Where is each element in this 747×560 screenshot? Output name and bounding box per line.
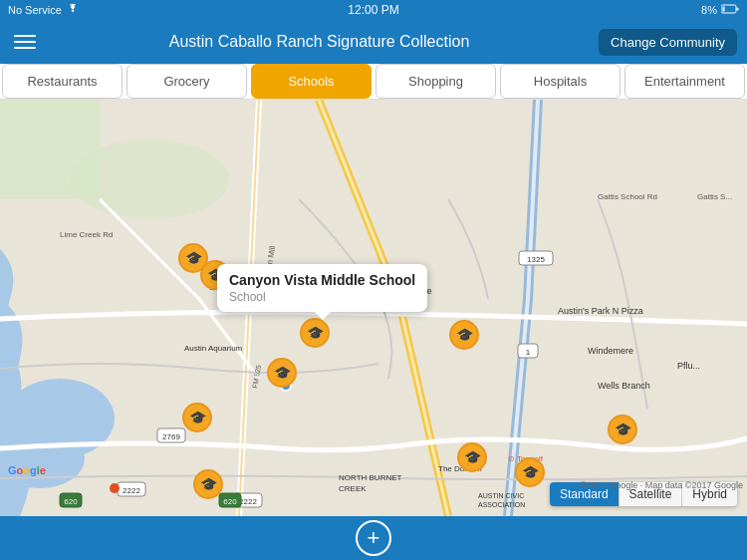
svg-rect-2 [723,7,725,12]
marker-icon: 🎓 [182,403,212,432]
tab-schools[interactable]: Schools [251,64,372,99]
svg-text:1: 1 [526,348,531,357]
map-attribution: ©2017 Google · Map data ©2017 Google [580,480,743,490]
svg-text:Lime Creek Rd: Lime Creek Rd [60,230,113,239]
school-marker-8[interactable]: 🎓 [456,441,488,473]
marker-icon: 🎓 [300,318,330,348]
popup-subtitle: School [229,290,415,304]
svg-text:CREEK: CREEK [339,484,367,493]
school-marker-selected[interactable]: 🎓 [266,357,298,389]
battery-text: 8% [701,4,717,16]
tab-hospitals[interactable]: Hospitals [500,64,621,99]
svg-text:Gattis School Rd: Gattis School Rd [598,192,657,201]
svg-point-44 [110,483,120,493]
popup-title: Canyon Vista Middle School [229,272,415,288]
marker-icon: 🎓 [515,457,545,487]
map-area[interactable]: Anderson Mill 45 Jollyville Austin's Par… [0,100,747,516]
svg-text:Austin Aquarium: Austin Aquarium [184,344,243,353]
school-marker-9[interactable]: 🎓 [514,456,546,488]
google-logo: Google [8,464,46,476]
tab-grocery[interactable]: Grocery [126,64,247,99]
svg-text:2222: 2222 [123,486,140,495]
svg-text:Pflu...: Pflu... [677,361,700,371]
svg-text:ASSOCIATION: ASSOCIATION [478,501,525,508]
marker-icon: 🎓 [608,415,637,444]
school-marker-3[interactable]: 🎓 [299,317,331,349]
svg-text:Wells Branch: Wells Branch [598,381,650,391]
add-button[interactable]: + [356,520,391,556]
status-bar: No Service 12:00 PM 8% [0,0,747,20]
school-marker-5[interactable]: 🎓 [607,414,638,445]
svg-text:2222: 2222 [239,497,257,506]
battery-icon [721,4,739,16]
hamburger-line [14,47,36,49]
tab-restaurants[interactable]: Restaurants [2,64,123,99]
marker-icon: 🎓 [193,469,223,499]
marker-icon: 🎓 [449,320,479,350]
svg-rect-1 [737,8,739,11]
svg-text:620: 620 [223,497,237,506]
tab-shopping[interactable]: Shopping [375,64,496,99]
bottom-bar: + [0,516,747,560]
nav-title: Austin Caballo Ranch Signature Collectio… [40,33,599,51]
marker-icon: 🎓 [267,358,297,388]
wifi-icon [66,4,80,16]
svg-text:2769: 2769 [162,432,180,441]
svg-point-7 [70,140,229,219]
map-popup[interactable]: Canyon Vista Middle School School [217,264,427,312]
hamburger-button[interactable] [10,31,40,53]
svg-text:1325: 1325 [527,255,545,264]
category-tabs: RestaurantsGrocerySchoolsShoppingHospita… [0,64,747,100]
tab-entertainment[interactable]: Entertainment [624,64,745,99]
status-left: No Service [8,4,80,16]
nav-bar: Austin Caballo Ranch Signature Collectio… [0,20,747,64]
svg-text:AUSTIN CIVIC: AUSTIN CIVIC [478,492,524,499]
svg-text:620: 620 [64,497,78,506]
change-community-button[interactable]: Change Community [599,29,737,56]
school-marker-7[interactable]: 🎓 [192,468,224,500]
svg-text:NORTH BURNET: NORTH BURNET [339,473,402,482]
svg-text:Windemere: Windemere [588,346,633,356]
status-right: 8% [701,4,739,16]
status-time: 12:00 PM [348,3,398,17]
school-marker-4[interactable]: 🎓 [448,319,480,351]
svg-text:Austin's Park N Pizza: Austin's Park N Pizza [558,306,643,316]
hamburger-line [14,35,36,37]
svg-text:Gattis S...: Gattis S... [697,192,732,201]
school-marker-6[interactable]: 🎓 [181,402,213,433]
hamburger-line [14,41,36,43]
signal-text: No Service [8,4,62,16]
marker-icon: 🎓 [457,442,487,472]
